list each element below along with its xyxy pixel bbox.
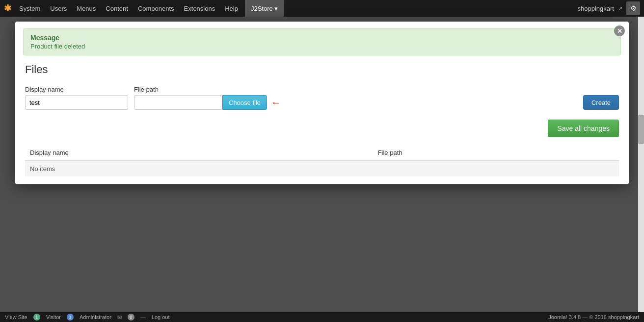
- zero-badge: 0: [128, 314, 134, 321]
- modal-overlay: ✕ Message Product file deleted Files Dis…: [0, 17, 644, 312]
- scrollbar-track[interactable]: [638, 17, 644, 312]
- settings-gear-icon[interactable]: ⚙: [626, 1, 640, 15]
- file-path-group: File path Choose file ←: [134, 86, 577, 110]
- visitor-badge: 1: [33, 314, 40, 321]
- visitor-label: Visitor: [46, 314, 61, 320]
- scrollbar-thumb[interactable]: [638, 115, 644, 144]
- nav-help[interactable]: Help: [220, 0, 243, 17]
- modal-close-button[interactable]: ✕: [614, 25, 625, 36]
- joomla-logo-icon: ✱: [4, 3, 11, 14]
- alert-message: Message Product file deleted: [23, 28, 621, 55]
- nav-system[interactable]: System: [14, 0, 45, 17]
- file-path-input[interactable]: [134, 95, 222, 110]
- col-file-path: File path: [373, 145, 619, 161]
- no-items-cell: No items: [25, 161, 619, 176]
- dash-separator: —: [140, 314, 146, 320]
- admin-label: Administrator: [80, 314, 111, 320]
- bottom-bar: View Site 1 Visitor 1 Administrator ✉ 0 …: [0, 312, 644, 322]
- choose-file-button[interactable]: Choose file: [222, 95, 267, 110]
- external-link-icon: ↗: [618, 5, 622, 12]
- display-name-label: Display name: [25, 86, 128, 93]
- table-row: No items: [25, 161, 619, 176]
- nav-menus[interactable]: Menus: [72, 0, 101, 17]
- display-name-group: Display name: [25, 86, 128, 110]
- admin-badge: 1: [67, 314, 74, 321]
- form-row: Display name File path Choose file ←: [25, 86, 619, 110]
- table-header-row: Display name File path: [25, 145, 619, 161]
- modal-body: Files Display name File path Choose file: [15, 55, 629, 184]
- joomla-version: Joomla! 3.4.8 — © 2016 shoppingkart: [548, 314, 639, 320]
- page-title: Files: [25, 63, 619, 76]
- col-display-name: Display name: [25, 145, 373, 161]
- top-right-area: shoppingkart ↗ ⚙: [578, 1, 640, 15]
- modal-dialog: ✕ Message Product file deleted Files Dis…: [15, 22, 629, 184]
- display-name-input[interactable]: [25, 95, 128, 110]
- file-path-row: Choose file ←: [134, 95, 577, 110]
- top-navigation: ✱ System Users Menus Content Components …: [0, 0, 644, 17]
- save-all-button[interactable]: Save all changes: [548, 120, 619, 137]
- nav-users[interactable]: Users: [45, 0, 72, 17]
- files-table: Display name File path No items: [25, 145, 619, 176]
- nav-content[interactable]: Content: [101, 0, 133, 17]
- logout-link[interactable]: Log out: [152, 314, 170, 320]
- file-path-label: File path: [134, 86, 577, 93]
- alert-body: Product file deleted: [30, 43, 614, 50]
- save-row: Save all changes: [25, 120, 619, 137]
- nav-extensions[interactable]: Extensions: [179, 0, 220, 17]
- view-site-link[interactable]: View Site: [5, 314, 27, 320]
- alert-title: Message: [30, 34, 614, 42]
- j2store-menu[interactable]: J2Store ▾: [245, 0, 284, 17]
- create-button[interactable]: Create: [583, 95, 619, 110]
- arrow-indicator: ←: [271, 97, 281, 108]
- red-arrow-icon: ←: [271, 97, 281, 108]
- username-link[interactable]: shoppingkart: [578, 5, 614, 12]
- mail-icon: ✉: [117, 314, 122, 321]
- nav-components[interactable]: Components: [133, 0, 179, 17]
